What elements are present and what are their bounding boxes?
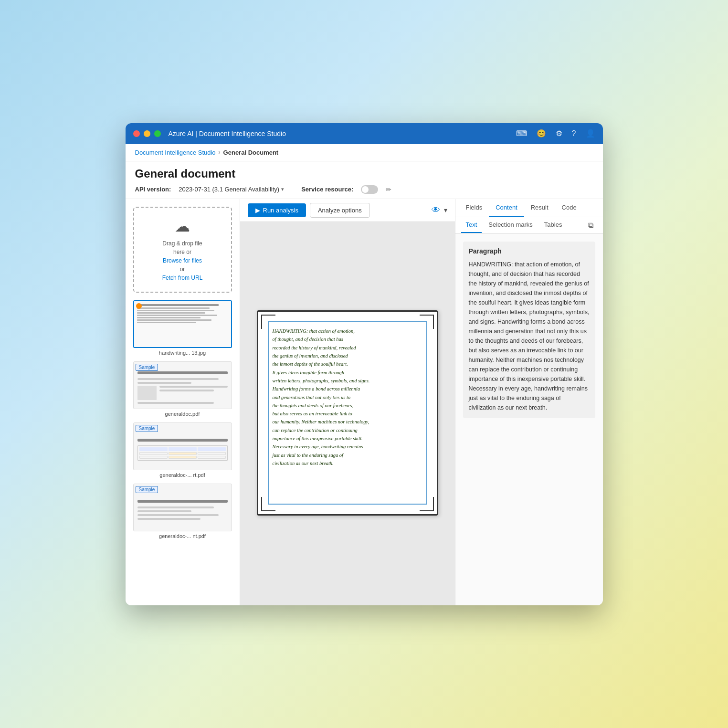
main-content: ☁ Drag & drop file here or Browse for fi… <box>126 199 603 605</box>
api-bar: API version: 2023-07-31 (3.1 General Ava… <box>135 185 593 194</box>
tab-content[interactable]: Content <box>489 199 524 217</box>
corner-decoration-tr <box>420 315 434 329</box>
panel-content: Paragraph HANDWRITING: that action of em… <box>455 234 603 605</box>
right-panel: Fields Content Result Code Text Selectio… <box>455 199 603 605</box>
breadcrumb-link[interactable]: Document Intelligence Studio <box>135 149 216 156</box>
sub-tab-selection-marks[interactable]: Selection marks <box>484 217 537 233</box>
thumbnail-label: handwriting... 13.jpg <box>133 350 232 356</box>
minimize-button[interactable] <box>144 130 150 137</box>
corner-decoration-br <box>420 497 434 511</box>
service-toggle[interactable] <box>361 185 378 194</box>
page-title: General document <box>135 167 593 180</box>
maximize-button[interactable] <box>154 130 161 137</box>
handwriting-content: HANDWRITING: that action of emotion, of … <box>268 321 427 505</box>
view-controls: 👁 ▾ <box>432 205 447 215</box>
run-analysis-label: Run analysis <box>263 207 298 214</box>
titlebar: Azure AI | Document Intelligence Studio … <box>126 123 603 144</box>
thumbnail-item[interactable]: handwriting... 13.jpg <box>133 300 232 356</box>
upload-drag-text: Drag & drop file here or Browse for file… <box>139 239 226 282</box>
handwriting-document: HANDWRITING: that action of emotion, of … <box>257 310 438 516</box>
api-version-chevron: ▾ <box>281 186 284 192</box>
titlebar-icons: ⌨ 😊 ⚙ ? 👤 <box>516 129 595 138</box>
analyze-options-button[interactable]: Analyze options <box>310 203 370 218</box>
thumbnail-image <box>133 300 232 348</box>
eye-icon[interactable]: 👁 <box>432 205 440 215</box>
thumbnail-item[interactable]: Sample <box>133 422 232 478</box>
traffic-lights <box>133 130 161 137</box>
thumbnail-label: generaldoc-... nt.pdf <box>133 533 232 539</box>
api-version-value: 2023-07-31 (3.1 General Availability) <box>179 186 279 193</box>
thumbnail-image: Sample <box>133 422 232 470</box>
help-icon[interactable]: ? <box>572 129 576 138</box>
edit-service-icon[interactable]: ✏ <box>386 186 391 193</box>
copy-icon[interactable]: ⧉ <box>584 217 597 233</box>
settings-icon[interactable]: ⚙ <box>556 129 562 138</box>
browse-files-link[interactable]: Browse for files <box>163 257 202 264</box>
thumbnail-image: Sample <box>133 361 232 409</box>
close-button[interactable] <box>133 130 140 137</box>
tab-fields[interactable]: Fields <box>459 199 489 217</box>
sub-tab-text[interactable]: Text <box>461 217 482 233</box>
expand-icon[interactable]: ▾ <box>444 206 447 214</box>
paragraph-text: HANDWRITING: that action of emotion, of … <box>469 260 590 412</box>
handwriting-text: HANDWRITING: that action of emotion, of … <box>273 327 422 467</box>
sidebar: ☁ Drag & drop file here or Browse for fi… <box>126 199 240 605</box>
api-version-label: API version: <box>135 186 171 193</box>
thumbnail-item[interactable]: Sample <box>133 361 232 417</box>
sub-tab-tables[interactable]: Tables <box>539 217 567 233</box>
panel-tabs: Fields Content Result Code <box>455 199 603 217</box>
breadcrumb: Document Intelligence Studio › General D… <box>126 144 603 161</box>
thumbnail-image: Sample <box>133 484 232 531</box>
fetch-url-link[interactable]: Fetch from URL <box>162 274 203 281</box>
cloud-upload-icon: ☁ <box>139 217 226 235</box>
sample-badge: Sample <box>136 486 158 493</box>
corner-decoration-bl <box>261 497 275 511</box>
keyboard-icon[interactable]: ⌨ <box>516 129 527 138</box>
app-window: Azure AI | Document Intelligence Studio … <box>126 123 603 605</box>
doc-display: HANDWRITING: that action of emotion, of … <box>240 222 455 604</box>
corner-decoration-tl <box>261 315 275 329</box>
paragraph-title: Paragraph <box>469 247 590 255</box>
thumbnail-label: generaldoc.pdf <box>133 411 232 417</box>
api-version-selector[interactable]: 2023-07-31 (3.1 General Availability) ▾ <box>179 186 284 193</box>
breadcrumb-current: General Document <box>223 149 279 156</box>
sample-badge: Sample <box>136 364 158 371</box>
run-analysis-button[interactable]: ▶ Run analysis <box>248 203 306 217</box>
tab-result[interactable]: Result <box>524 199 555 217</box>
run-analysis-icon: ▶ <box>255 207 260 214</box>
paragraph-section: Paragraph HANDWRITING: that action of em… <box>463 242 595 418</box>
page-header: General document API version: 2023-07-31… <box>126 161 603 199</box>
sub-tabs: Text Selection marks Tables ⧉ <box>455 217 603 234</box>
document-viewer: ▶ Run analysis Analyze options 👁 ▾ <box>240 199 455 605</box>
app-title: Azure AI | Document Intelligence Studio <box>169 130 516 137</box>
upload-zone[interactable]: ☁ Drag & drop file here or Browse for fi… <box>133 207 232 293</box>
thumbnail-item[interactable]: Sample generaldoc-... nt.pdf <box>133 484 232 539</box>
breadcrumb-separator: › <box>219 149 221 156</box>
emoji-icon[interactable]: 😊 <box>537 129 546 138</box>
tab-code[interactable]: Code <box>555 199 583 217</box>
user-icon[interactable]: 👤 <box>586 129 595 138</box>
viewer-toolbar: ▶ Run analysis Analyze options 👁 ▾ <box>240 199 455 222</box>
service-resource-label: Service resource: <box>301 186 353 193</box>
thumbnail-label: generaldoc-... rt.pdf <box>133 472 232 478</box>
thumbnail-badge <box>136 303 142 309</box>
sample-badge: Sample <box>136 425 158 432</box>
